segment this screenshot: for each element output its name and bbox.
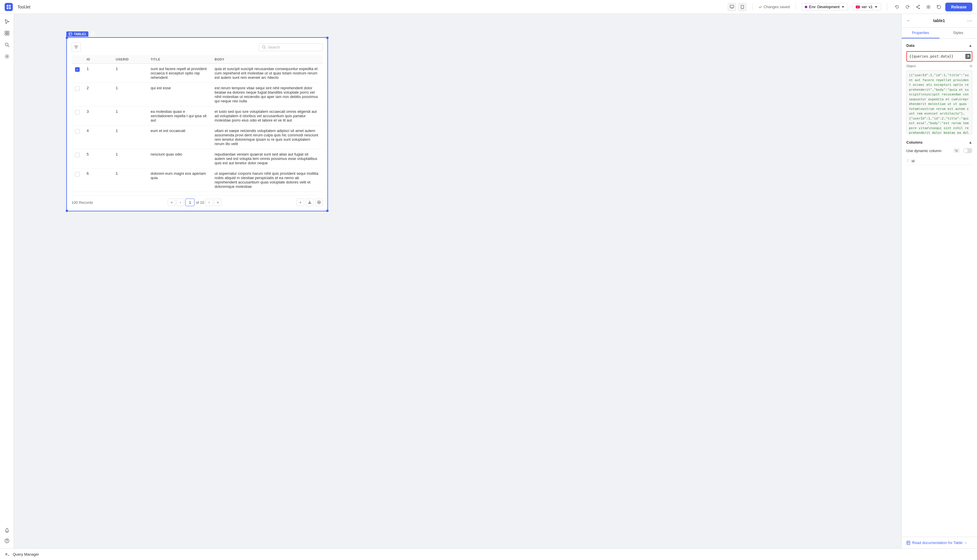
col-header-title: TITLE <box>147 55 211 64</box>
json-preview-container: Object ⧉ [{"userId":1,"id":1,"title":"su… <box>906 64 972 134</box>
checkbox-3[interactable] <box>75 129 80 134</box>
sidebar-item-widgets[interactable] <box>2 28 12 38</box>
add-row-btn[interactable]: + <box>297 198 304 206</box>
canvas-area[interactable]: TABLE1 <box>14 14 901 548</box>
page-next-btn[interactable]: › <box>205 198 213 206</box>
ver-prefix: ver <box>862 5 867 9</box>
widget-delete-btn[interactable] <box>90 32 95 37</box>
cell-checkbox-0[interactable] <box>72 64 83 83</box>
checkbox-5[interactable] <box>75 172 80 177</box>
sidebar-item-notifications[interactable] <box>2 525 12 535</box>
desktop-view-btn[interactable] <box>728 3 736 11</box>
resize-handle-tr[interactable] <box>326 37 328 39</box>
env-selector[interactable]: Env Development <box>802 3 848 10</box>
sidebar-item-inspector[interactable] <box>2 40 12 50</box>
cell-title-4: nesciunt quas odio <box>147 149 211 168</box>
search-placeholder: Search <box>268 45 280 50</box>
data-input-icon[interactable] <box>965 54 970 59</box>
main-layout: TABLE1 <box>0 14 977 548</box>
cell-body-3: ullam et saepe reiciendis voluptatem adi… <box>211 126 323 149</box>
resize-handle-br[interactable] <box>326 210 328 212</box>
svg-rect-0 <box>730 5 734 8</box>
cell-body-0: quia et suscipit suscipit recusandae con… <box>211 64 323 83</box>
json-copy-btn[interactable]: ⧉ <box>970 64 972 68</box>
section-columns-title: Columns <box>906 140 923 145</box>
cell-id-4: 5 <box>83 149 112 168</box>
cell-id-1: 2 <box>83 83 112 107</box>
table-row: 2 1 qui est esse est rerum tempore vitae… <box>72 83 323 107</box>
tab-properties[interactable]: Properties <box>902 28 939 38</box>
page-input[interactable] <box>185 198 195 206</box>
table-row: 4 1 eum et est occaecati ullam et saepe … <box>72 126 323 149</box>
data-input-field[interactable]: {{queries.post.data}} <box>906 51 972 62</box>
data-section-collapse[interactable]: ▲ <box>969 43 972 48</box>
drag-handle-id[interactable]: ⠿ <box>906 158 909 163</box>
cell-checkbox-4[interactable] <box>72 149 83 168</box>
svg-point-3 <box>919 5 920 6</box>
col-header-body: BODY <box>211 55 323 64</box>
cell-checkbox-5[interactable] <box>72 168 83 192</box>
checkbox-2[interactable] <box>75 110 80 115</box>
data-table: ID USERID TITLE BODY 1 1 sunt aut fac <box>72 55 323 192</box>
env-prefix: Env <box>809 5 815 9</box>
svg-rect-9 <box>5 33 7 35</box>
svg-point-16 <box>263 46 265 48</box>
dynamic-col-label: Use dynamic column <box>906 148 942 153</box>
app-name: ToolJet <box>17 5 723 9</box>
tab-styles[interactable]: Styles <box>939 28 977 38</box>
resize-handle-tl[interactable] <box>66 37 68 39</box>
records-count: 100 Records <box>72 200 93 205</box>
refresh-btn[interactable] <box>935 3 943 11</box>
widget-frame: Search ID USERID TITLE BODY <box>66 37 328 212</box>
sidebar-item-settings[interactable] <box>2 51 12 62</box>
resize-handle-bl[interactable] <box>66 210 68 212</box>
checkbox-4[interactable] <box>75 153 80 157</box>
filter-button[interactable] <box>72 42 81 52</box>
share-btn[interactable] <box>914 3 922 11</box>
filter-view-btn[interactable] <box>315 198 323 206</box>
dynamic-col-toggle[interactable] <box>963 148 972 153</box>
sidebar-item-pointer[interactable] <box>2 16 12 27</box>
ver-icon: v <box>856 5 860 8</box>
docs-icon <box>906 541 910 545</box>
cell-checkbox-1[interactable] <box>72 83 83 107</box>
svg-point-2 <box>742 8 742 8</box>
table-widget-container: TABLE1 <box>66 32 328 212</box>
sidebar-item-help[interactable] <box>2 535 12 546</box>
col-header-id: ID <box>83 55 112 64</box>
panel-header: ← table1 ⋯ <box>902 14 977 28</box>
col-item-id: ⠿ id <box>906 157 972 165</box>
svg-point-4 <box>917 7 917 7</box>
cell-checkbox-2[interactable] <box>72 107 83 126</box>
cell-userid-0: 1 <box>112 64 147 83</box>
panel-back-btn[interactable]: ← <box>906 18 911 23</box>
cell-userid-5: 1 <box>112 168 147 192</box>
docs-link[interactable]: Read documentation for Table → <box>902 537 977 548</box>
search-box[interactable]: Search <box>259 43 323 51</box>
columns-section-collapse[interactable]: ▲ <box>969 140 972 145</box>
svg-point-6 <box>928 6 929 8</box>
cell-id-2: 3 <box>83 107 112 126</box>
checkbox-0[interactable] <box>75 67 80 72</box>
page-prev-btn[interactable]: ‹ <box>177 198 184 206</box>
release-button[interactable]: Release <box>945 3 972 11</box>
query-manager-btn[interactable]: Query Manager <box>5 552 39 557</box>
undo-btn[interactable] <box>893 3 901 11</box>
cell-title-5: dolorem eum magni eos aperiam quia <box>147 168 211 192</box>
panel-menu-btn[interactable]: ⋯ <box>967 17 972 24</box>
cell-id-3: 4 <box>83 126 112 149</box>
mobile-view-btn[interactable] <box>738 3 747 11</box>
cell-checkbox-3[interactable] <box>72 126 83 149</box>
pagination: « ‹ of 10 › » <box>168 198 222 206</box>
svg-rect-15 <box>69 33 72 35</box>
redo-btn[interactable] <box>904 3 912 11</box>
page-last-btn[interactable]: » <box>214 198 222 206</box>
settings-btn[interactable] <box>924 3 932 11</box>
cell-id-0: 1 <box>83 64 112 83</box>
version-selector[interactable]: v ver v1 <box>852 3 881 10</box>
widget-label: TABLE1 <box>66 32 88 37</box>
page-first-btn[interactable]: « <box>168 198 175 206</box>
checkbox-1[interactable] <box>75 87 80 91</box>
search-icon <box>262 45 266 49</box>
download-btn[interactable] <box>306 198 313 206</box>
